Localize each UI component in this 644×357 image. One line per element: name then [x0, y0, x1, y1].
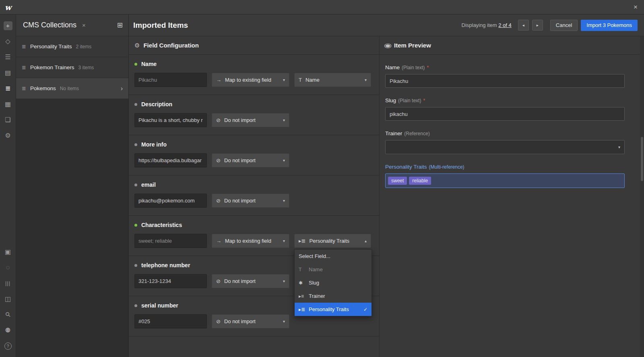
multi-reference-icon: ▸≣ — [299, 238, 305, 244]
field-value-input[interactable] — [134, 274, 207, 288]
users-icon[interactable]: ⚉ — [0, 322, 16, 338]
cms-icon[interactable]: ≣ — [0, 80, 16, 96]
chevron-down-icon: ▾ — [283, 198, 285, 203]
slug-field-icon: ✱ — [299, 280, 305, 286]
preview-trainer-select[interactable]: ▾ — [385, 140, 625, 154]
imported-items-view: Imported Items Displaying item 2 of 4 ◂ … — [129, 14, 644, 357]
add-element-icon[interactable]: + — [0, 18, 16, 33]
tag-sweet: sweet — [388, 177, 407, 185]
field-section-characteristics: Characteristics → Map to existing field … — [129, 216, 379, 256]
editor-icon[interactable]: ▣ — [0, 244, 16, 260]
scrollbar-thumb[interactable] — [641, 137, 643, 181]
field-label: Name — [141, 61, 157, 67]
field-status-dot — [134, 304, 137, 307]
chevron-down-icon: ▾ — [283, 279, 285, 283]
menu-item-personality-traits[interactable]: ▸≣ Personality Traits ✓ — [295, 303, 372, 316]
collection-item-pokemons[interactable]: ≣ Pokemons No items › — [16, 78, 128, 99]
collection-count: 3 items — [78, 65, 94, 70]
collection-count: No items — [60, 86, 79, 91]
chevron-down-icon: ▾ — [365, 78, 367, 82]
field-value-input[interactable] — [134, 153, 207, 167]
no-import-icon: ⊘ — [216, 278, 221, 284]
settings-icon[interactable]: ⚙ — [0, 128, 16, 143]
preview-field-personality-traits: Personality Traits (Multi-reference) swe… — [380, 164, 644, 188]
import-action-dropdown[interactable]: → Map to existing field ▾ — [212, 73, 289, 87]
multi-reference-icon: ▸≣ — [299, 307, 305, 312]
field-status-dot — [134, 184, 137, 186]
import-action-dropdown[interactable]: ⊘ Do not import ▾ — [212, 113, 289, 127]
map-arrow-icon: → — [216, 238, 221, 244]
mapped-field-dropdown-open[interactable]: ▸≣ Personality Traits ▴ Select Field... … — [294, 234, 371, 248]
import-action-dropdown[interactable]: ⊘ Do not import ▾ — [212, 314, 289, 328]
add-collection-icon[interactable]: ⊞ — [117, 21, 123, 29]
selection-icon[interactable]: ◌ — [0, 260, 16, 275]
text-field-icon: T — [299, 267, 305, 272]
close-window-icon[interactable]: × — [627, 0, 644, 14]
close-panel-icon[interactable]: × — [82, 22, 86, 29]
collection-label: Personality Traits — [30, 43, 72, 50]
menu-item-slug[interactable]: ✱ Slug — [295, 276, 372, 289]
text-field-icon: T — [299, 77, 302, 83]
import-action-dropdown[interactable]: → Map to existing field ▾ — [212, 234, 289, 248]
collection-stack-icon: ≣ — [22, 85, 26, 91]
field-value-input[interactable] — [134, 234, 207, 248]
import-action-dropdown[interactable]: ⊘ Do not import ▾ — [212, 194, 289, 208]
chevron-right-icon: ▸ — [537, 23, 539, 27]
field-value-input[interactable] — [134, 314, 207, 328]
displaying-link[interactable]: 2 of 4 — [498, 22, 512, 28]
navigator-icon[interactable]: ☰ — [0, 49, 16, 65]
required-asterisk: * — [423, 98, 425, 103]
item-preview-panel: ◉ Item Preview Name (Plain text) * Slug … — [380, 36, 644, 357]
collection-label: Pokemon Trainers — [30, 64, 74, 70]
preview-slug-input[interactable] — [385, 107, 625, 121]
chevron-left-icon: ◂ — [522, 23, 524, 27]
field-configuration-header: ⚙ Field Configuration — [129, 36, 379, 55]
pages-icon[interactable]: ▤ — [0, 65, 16, 80]
collection-item-pokemon-trainers[interactable]: ≣ Pokemon Trainers 3 items — [16, 57, 128, 78]
mapped-field-dropdown[interactable]: T Name ▾ — [294, 73, 371, 87]
field-status-dot — [134, 264, 137, 267]
import-action-dropdown[interactable]: ⊘ Do not import ▾ — [212, 153, 289, 167]
collection-item-personality-traits[interactable]: ≣ Personality Traits 2 items — [16, 36, 128, 57]
import-button[interactable]: Import 3 Pokemons — [581, 20, 638, 31]
search-icon[interactable]: ⚲ — [0, 307, 16, 322]
field-label: Description — [141, 101, 172, 107]
field-label: Characteristics — [141, 222, 182, 228]
preview-field-name: Name (Plain text) * — [380, 64, 644, 88]
chevron-down-icon: ▾ — [283, 118, 285, 122]
chevron-up-icon: ▴ — [365, 239, 367, 243]
field-label: More info — [141, 141, 167, 148]
chevron-right-icon: › — [121, 85, 123, 92]
cancel-button[interactable]: Cancel — [550, 20, 578, 31]
import-action-dropdown[interactable]: ⊘ Do not import ▾ — [212, 274, 289, 288]
components-icon[interactable]: ◇ — [0, 33, 16, 49]
next-item-button[interactable]: ▸ — [532, 20, 543, 31]
field-value-input[interactable] — [134, 194, 207, 208]
cms-collections-panel: CMS Collections × ⊞ ≣ Personality Traits… — [16, 14, 129, 357]
toolbar-rail: + ◇ ☰ ▤ ≣ ▦ ❏ ⚙ ▣ ◌ ||| ◫ ⚲ ⚉ ? — [0, 14, 16, 357]
help-icon[interactable]: ? — [0, 338, 16, 354]
audit-icon[interactable]: ◫ — [0, 291, 16, 307]
assets-icon[interactable]: ❏ — [0, 112, 16, 128]
field-section-name: Name → Map to existing field ▾ T Name ▾ — [129, 55, 379, 95]
code-icon[interactable]: ||| — [0, 275, 16, 291]
field-label: serial number — [141, 302, 178, 309]
multi-reference-tags-box[interactable]: sweet reliable — [385, 173, 625, 188]
chevron-down-icon: ▾ — [283, 158, 285, 163]
ecommerce-icon[interactable]: ▦ — [0, 96, 16, 112]
field-label: email — [141, 182, 156, 188]
chevron-down-icon: ▾ — [618, 145, 620, 149]
menu-item-trainer[interactable]: ▸≡ Trainer — [295, 289, 372, 303]
chevron-down-icon: ▾ — [283, 78, 285, 82]
field-value-input[interactable] — [134, 113, 207, 127]
field-value-input[interactable] — [134, 73, 207, 87]
no-import-icon: ⊘ — [216, 117, 221, 123]
map-arrow-icon: → — [216, 77, 221, 83]
preview-name-input[interactable] — [385, 74, 625, 88]
prev-item-button[interactable]: ◂ — [518, 20, 529, 31]
menu-item-select-field[interactable]: Select Field... — [295, 250, 372, 263]
field-status-dot — [134, 103, 137, 106]
no-import-icon: ⊘ — [216, 318, 221, 324]
reference-field-icon: ▸≡ — [299, 293, 305, 299]
menu-item-name[interactable]: T Name — [295, 263, 372, 276]
